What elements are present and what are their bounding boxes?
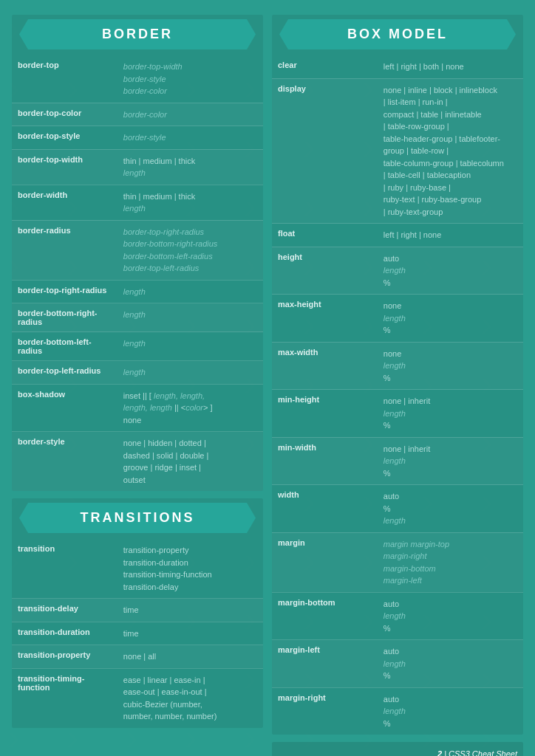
border-title: BORDER bbox=[34, 27, 241, 42]
table-row: margin margin margin-top margin-right ma… bbox=[272, 532, 523, 592]
prop-name-margin: margin bbox=[272, 532, 378, 592]
prop-values-transition-property: none | all bbox=[117, 645, 263, 669]
prop-name-clear: clear bbox=[272, 55, 378, 78]
prop-name-border-top-style: border-top-style bbox=[12, 126, 117, 150]
table-row: display none | inline | block | inlinebl… bbox=[272, 78, 523, 224]
table-row: min-width none | inherit length % bbox=[272, 437, 523, 485]
table-row: box-shadow inset || [ length, length, le… bbox=[12, 384, 263, 432]
table-row: transition-delay time bbox=[12, 599, 263, 622]
prop-values-float: left | right | none bbox=[378, 224, 523, 247]
prop-values-border-top-left-radius: length bbox=[117, 361, 263, 385]
prop-name-max-width: max-width bbox=[272, 342, 378, 390]
left-column: BORDER border-top border-top-width borde… bbox=[12, 15, 263, 756]
prop-name-transition-timing-function: transition-timing-function bbox=[12, 668, 117, 728]
prop-name-transition-duration: transition-duration bbox=[12, 622, 117, 645]
prop-values-max-width: none length % bbox=[378, 342, 523, 390]
table-row: max-width none length % bbox=[272, 342, 523, 390]
table-row: border-top-left-radius length bbox=[12, 361, 263, 385]
prop-name-border-top: border-top bbox=[12, 55, 117, 103]
prop-values-margin-left: auto length % bbox=[378, 640, 523, 688]
prop-name-float: float bbox=[272, 224, 378, 247]
box-model-header-wrap: BOX MODEL bbox=[272, 15, 523, 55]
table-row: height auto length % bbox=[272, 247, 523, 295]
prop-name-margin-right: margin-right bbox=[272, 687, 378, 735]
content-grid: BORDER border-top border-top-width borde… bbox=[12, 15, 523, 756]
table-row: border-top border-top-width border-style… bbox=[12, 55, 263, 103]
page-wrapper: › BORDER border-top bbox=[0, 0, 535, 756]
prop-values-border-width: thin | medium | thick length bbox=[117, 185, 263, 220]
prop-values-margin-bottom: auto length % bbox=[378, 592, 523, 640]
page-number-box: 2 | CSS3 Cheat Sheet bbox=[272, 742, 523, 756]
prop-name-transition-property: transition-property bbox=[12, 645, 117, 669]
prop-name-margin-left: margin-left bbox=[272, 640, 378, 688]
prop-name-border-top-width: border-top-width bbox=[12, 149, 117, 185]
box-model-section: BOX MODEL clear left | right | both | no… bbox=[272, 15, 523, 735]
table-row: border-top-right-radius length bbox=[12, 280, 263, 303]
prop-name-border-style: border-style bbox=[12, 432, 117, 492]
prop-name-min-height: min-height bbox=[272, 390, 378, 438]
prop-name-border-bottom-left-radius: border-bottom-left-radius bbox=[12, 332, 117, 361]
prop-name-border-top-right-radius: border-top-right-radius bbox=[12, 280, 117, 303]
table-row: border-top-width thin | medium | thick l… bbox=[12, 149, 263, 185]
table-row: border-width thin | medium | thick lengt… bbox=[12, 185, 263, 220]
transitions-header-wrap: TRANSITIONS bbox=[12, 498, 263, 539]
transitions-section: TRANSITIONS transition transition-proper… bbox=[12, 498, 263, 728]
table-row: border-bottom-left-radius length bbox=[12, 332, 263, 361]
prop-values-min-width: none | inherit length % bbox=[378, 437, 523, 485]
table-row: margin-left auto length % bbox=[272, 640, 523, 688]
transitions-title: TRANSITIONS bbox=[34, 510, 241, 526]
prop-values-transition: transition-property transition-duration … bbox=[117, 539, 263, 599]
box-model-section-header: BOX MODEL bbox=[279, 19, 516, 49]
prop-name-border-top-left-radius: border-top-left-radius bbox=[12, 361, 117, 385]
prop-values-border-top-right-radius: length bbox=[117, 280, 263, 303]
prop-name-margin-bottom: margin-bottom bbox=[272, 592, 378, 640]
table-row: transition-duration time bbox=[12, 622, 263, 645]
prop-name-width: width bbox=[272, 485, 378, 533]
prop-values-border-radius: border-top-right-radius border-bottom-ri… bbox=[117, 220, 263, 280]
table-row: border-radius border-top-right-radius bo… bbox=[12, 220, 263, 280]
prop-name-display: display bbox=[272, 78, 378, 224]
prop-name-height: height bbox=[272, 247, 378, 295]
table-row: border-top-color border-color bbox=[12, 103, 263, 126]
table-row: clear left | right | both | none bbox=[272, 55, 523, 78]
cheat-sheet-label: CSS3 Cheat Sheet bbox=[449, 749, 517, 756]
prop-values-border-style: none | hidden | dotted | dashed | solid … bbox=[117, 432, 263, 492]
transitions-table: transition transition-property transitio… bbox=[12, 539, 263, 728]
table-row: transition-property none | all bbox=[12, 645, 263, 669]
table-row: width auto % length bbox=[272, 485, 523, 533]
prop-values-border-top-style: border-style bbox=[117, 126, 263, 150]
prop-name-border-width: border-width bbox=[12, 185, 117, 220]
prop-name-border-radius: border-radius bbox=[12, 220, 117, 280]
border-header-wrap: BORDER bbox=[12, 15, 263, 55]
prop-values-transition-duration: time bbox=[117, 622, 263, 645]
prop-values-border-bottom-left-radius: length bbox=[117, 332, 263, 361]
prop-values-border-top: border-top-width border-style border-col… bbox=[117, 55, 263, 103]
table-row: margin-bottom auto length % bbox=[272, 592, 523, 640]
prop-values-transition-delay: time bbox=[117, 599, 263, 622]
prop-name-transition: transition bbox=[12, 539, 117, 599]
prop-name-border-top-color: border-top-color bbox=[12, 103, 117, 126]
page-number: 2 bbox=[437, 749, 442, 756]
table-row: transition transition-property transitio… bbox=[12, 539, 263, 599]
prop-values-border-top-width: thin | medium | thick length bbox=[117, 149, 263, 185]
table-row: border-style none | hidden | dotted | da… bbox=[12, 432, 263, 492]
table-row: min-height none | inherit length % bbox=[272, 390, 523, 438]
border-table: border-top border-top-width border-style… bbox=[12, 55, 263, 491]
table-row: border-top-style border-style bbox=[12, 126, 263, 150]
prop-values-height: auto length % bbox=[378, 247, 523, 295]
prop-values-box-shadow: inset || [ length, length, length, lengt… bbox=[117, 384, 263, 432]
prop-name-border-bottom-right-radius: border-bottom-right-radius bbox=[12, 303, 117, 332]
table-row: transition-timing-function ease | linear… bbox=[12, 668, 263, 728]
right-column: BOX MODEL clear left | right | both | no… bbox=[272, 15, 523, 756]
border-section: BORDER border-top border-top-width borde… bbox=[12, 15, 263, 491]
prop-values-min-height: none | inherit length % bbox=[378, 390, 523, 438]
border-section-header: BORDER bbox=[19, 19, 256, 49]
prop-values-display: none | inline | block | inlineblock | li… bbox=[378, 78, 523, 224]
prop-values-border-bottom-right-radius: length bbox=[117, 303, 263, 332]
prop-name-transition-delay: transition-delay bbox=[12, 599, 117, 622]
prop-values-border-top-color: border-color bbox=[117, 103, 263, 126]
prop-values-width: auto % length bbox=[378, 485, 523, 533]
prop-values-max-height: none length % bbox=[378, 295, 523, 343]
table-row: max-height none length % bbox=[272, 295, 523, 343]
table-row: margin-right auto length % bbox=[272, 687, 523, 735]
